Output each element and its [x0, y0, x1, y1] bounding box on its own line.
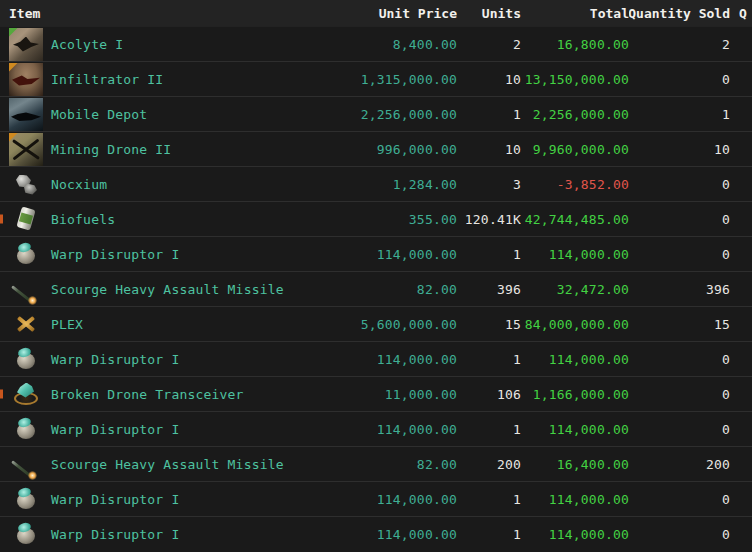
quantity-sold-value: 0	[629, 412, 730, 446]
unit-price-value: 114,000.00	[322, 482, 457, 516]
total-value: 1,166,000.00	[521, 377, 629, 411]
item-name: Warp Disruptor I	[51, 352, 179, 367]
table-row[interactable]: Broken Drone Transceiver 11,000.00 106 1…	[0, 376, 752, 411]
warp-disruptor-icon	[9, 238, 43, 271]
quantity-sold-value: 1	[629, 97, 730, 131]
q-truncated-cell	[730, 517, 752, 551]
item-cell: Mining Drone II	[0, 132, 322, 166]
total-value: 2,256,000.00	[521, 97, 629, 131]
total-value: 13,150,000.00	[521, 62, 629, 96]
item-name: Infiltrator II	[51, 72, 163, 87]
table-row[interactable]: Scourge Heavy Assault Missile 82.00 200 …	[0, 446, 752, 481]
q-truncated-cell	[730, 482, 752, 516]
q-truncated-cell	[730, 237, 752, 271]
quantity-sold-value: 200	[629, 447, 730, 481]
units-value: 1	[457, 237, 521, 271]
column-header-units[interactable]: Units	[457, 0, 521, 26]
column-header-item[interactable]: Item	[0, 0, 322, 26]
unit-price-value: 996,000.00	[322, 132, 457, 166]
quantity-sold-value: 0	[629, 482, 730, 516]
table-row[interactable]: Mining Drone II 996,000.00 10 9,960,000.…	[0, 131, 752, 166]
units-value: 2	[457, 27, 521, 61]
mining-drone-icon	[9, 133, 43, 166]
quantity-sold-value: 0	[629, 237, 730, 271]
table-row[interactable]: Nocxium 1,284.00 3 -3,852.00 0	[0, 166, 752, 201]
table-row[interactable]: Warp Disruptor I 114,000.00 1 114,000.00…	[0, 516, 752, 551]
units-value: 3	[457, 167, 521, 201]
missile-icon	[9, 273, 43, 306]
table-row[interactable]: Warp Disruptor I 114,000.00 1 114,000.00…	[0, 481, 752, 516]
quantity-sold-value: 10	[629, 132, 730, 166]
table-row[interactable]: Warp Disruptor I 114,000.00 1 114,000.00…	[0, 341, 752, 376]
total-value: -3,852.00	[521, 167, 629, 201]
item-cell: Warp Disruptor I	[0, 412, 322, 446]
total-value: 114,000.00	[521, 482, 629, 516]
total-value: 9,960,000.00	[521, 132, 629, 166]
table-row[interactable]: Acolyte I 8,400.00 2 16,800.00 2	[0, 26, 752, 61]
item-name: Warp Disruptor I	[51, 492, 179, 507]
q-truncated-cell	[730, 27, 752, 61]
item-cell: PLEX	[0, 307, 322, 341]
units-value: 15	[457, 307, 521, 341]
item-cell: Warp Disruptor I	[0, 342, 322, 376]
unit-price-value: 8,400.00	[322, 27, 457, 61]
total-value: 84,000,000.00	[521, 307, 629, 341]
table-row[interactable]: Mobile Depot 2,256,000.00 1 2,256,000.00…	[0, 96, 752, 131]
item-cell: Warp Disruptor I	[0, 517, 322, 551]
warp-disruptor-icon	[9, 518, 43, 551]
column-header-q-truncated[interactable]: Q	[730, 0, 752, 26]
drone-transceiver-icon	[9, 378, 43, 411]
item-name: Warp Disruptor I	[51, 527, 179, 542]
quantity-sold-value: 0	[629, 517, 730, 551]
column-header-unit-price[interactable]: Unit Price	[322, 0, 457, 26]
total-value: 114,000.00	[521, 237, 629, 271]
item-cell: Scourge Heavy Assault Missile	[0, 272, 322, 306]
warp-disruptor-icon	[9, 343, 43, 376]
total-value: 114,000.00	[521, 412, 629, 446]
quantity-sold-value: 0	[629, 167, 730, 201]
q-truncated-cell	[730, 97, 752, 131]
unit-price-value: 114,000.00	[322, 517, 457, 551]
q-truncated-cell	[730, 342, 752, 376]
unit-price-value: 114,000.00	[322, 237, 457, 271]
total-value: 16,400.00	[521, 447, 629, 481]
total-value: 32,472.00	[521, 272, 629, 306]
unit-price-value: 5,600,000.00	[322, 307, 457, 341]
item-name: Mining Drone II	[51, 142, 171, 157]
total-value: 42,744,485.00	[521, 202, 629, 236]
table-row[interactable]: PLEX 5,600,000.00 15 84,000,000.00 15	[0, 306, 752, 341]
quantity-sold-value: 396	[629, 272, 730, 306]
table-row[interactable]: Infiltrator II 1,315,000.00 10 13,150,00…	[0, 61, 752, 96]
quantity-sold-value: 0	[629, 62, 730, 96]
table-row[interactable]: Warp Disruptor I 114,000.00 1 114,000.00…	[0, 236, 752, 271]
unit-price-value: 82.00	[322, 447, 457, 481]
tech-corner-badge-icon	[9, 133, 18, 142]
unit-price-value: 114,000.00	[322, 412, 457, 446]
table-row[interactable]: Biofuels 355.00 120.41K 42,744,485.00 0	[0, 201, 752, 236]
q-truncated-cell	[730, 167, 752, 201]
item-cell: Warp Disruptor I	[0, 482, 322, 516]
column-header-total[interactable]: Total	[521, 0, 629, 26]
units-value: 106	[457, 377, 521, 411]
table-body: Acolyte I 8,400.00 2 16,800.00 2 Infiltr…	[0, 26, 752, 551]
item-cell: Scourge Heavy Assault Missile	[0, 447, 322, 481]
table-row[interactable]: Scourge Heavy Assault Missile 82.00 396 …	[0, 271, 752, 306]
q-truncated-cell	[730, 132, 752, 166]
item-cell: Broken Drone Transceiver	[0, 377, 322, 411]
quantity-sold-value: 0	[629, 342, 730, 376]
column-header-quantity-sold[interactable]: Quantity Sold	[629, 0, 730, 26]
table-row[interactable]: Warp Disruptor I 114,000.00 1 114,000.00…	[0, 411, 752, 446]
units-value: 1	[457, 342, 521, 376]
item-cell: Nocxium	[0, 167, 322, 201]
nocxium-ore-icon	[9, 168, 43, 201]
units-value: 1	[457, 97, 521, 131]
item-cell: Warp Disruptor I	[0, 237, 322, 271]
units-value: 1	[457, 412, 521, 446]
units-value: 200	[457, 447, 521, 481]
q-truncated-cell	[730, 272, 752, 306]
acolyte-ship-icon	[9, 28, 43, 61]
warp-disruptor-icon	[9, 483, 43, 516]
quantity-sold-value: 2	[629, 27, 730, 61]
table-header: Item Unit Price Units Total Quantity Sol…	[0, 0, 752, 26]
unit-price-value: 11,000.00	[322, 377, 457, 411]
